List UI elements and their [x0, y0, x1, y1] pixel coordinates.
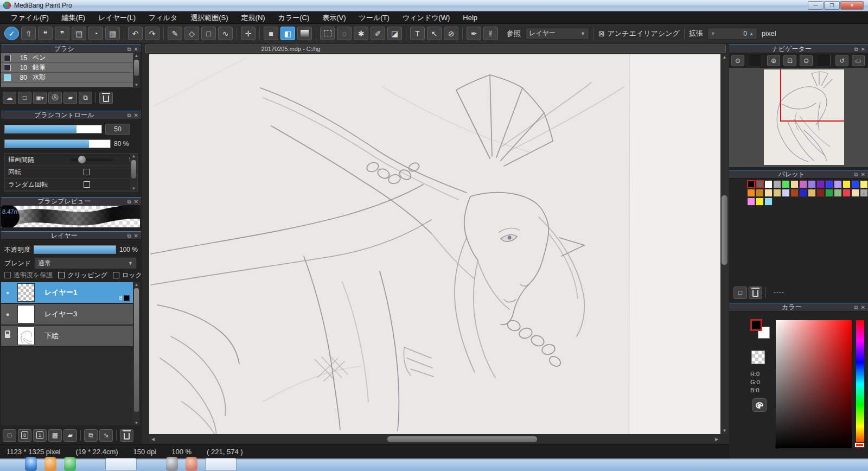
brush-size-value[interactable]: 50 [105, 124, 130, 135]
レイヤー1[interactable]: ● レイヤー1 8 [1, 282, 133, 304]
popout-icon[interactable]: ⧉ [127, 232, 131, 240]
text-tool-button[interactable]: T [410, 27, 425, 40]
comment-button[interactable]: ❞ [55, 27, 69, 40]
palette-swatch[interactable] [825, 180, 833, 188]
duplicate-brush-button[interactable]: ⧉ [79, 92, 92, 104]
clipping-checkbox[interactable] [58, 272, 65, 278]
slider-knob[interactable] [78, 156, 86, 163]
popout-icon[interactable]: ⧉ [127, 198, 131, 206]
taskbar-icon[interactable] [44, 457, 56, 471]
panel-layout-button[interactable]: ▦ [105, 27, 120, 40]
popout-icon[interactable]: ⧉ [854, 170, 858, 179]
foreground-color-swatch[interactable] [750, 319, 762, 331]
palette-swatch[interactable] [808, 180, 816, 188]
duplicate-layer-button[interactable]: ⧉ [84, 429, 98, 442]
document-button[interactable]: ▤ [72, 27, 86, 40]
popout-icon[interactable]: ⧉ [127, 111, 131, 119]
menu-item[interactable]: ツール(T) [353, 11, 396, 24]
scrollbar-thumb[interactable] [134, 288, 139, 412]
palette-swatch[interactable] [782, 189, 790, 197]
close-button[interactable]: ✕ [840, 1, 864, 10]
taskbar-icon[interactable] [166, 457, 178, 471]
new-halftone-layer-button[interactable]: ▩ [48, 429, 62, 442]
taskbar-window-button[interactable] [105, 458, 137, 471]
script-brush-button[interactable]: Ⓢ [48, 92, 62, 104]
protect-alpha-checkbox[interactable] [4, 272, 11, 278]
chevron-up-icon[interactable]: ▲ [749, 31, 754, 36]
navigator-viewport-rect[interactable] [780, 69, 844, 122]
chevron-up-icon[interactable]: ▲ [135, 53, 139, 59]
close-icon[interactable]: ✕ [134, 45, 138, 53]
palette-swatch[interactable] [790, 180, 799, 188]
menu-item[interactable]: 選択範囲(S) [184, 11, 234, 24]
antialias-checkbox[interactable]: ⊠ アンチエイリアシング [598, 29, 680, 39]
chevron-down-icon[interactable]: ▼ [132, 186, 136, 192]
spacing-slider[interactable] [71, 158, 113, 161]
chevron-left-icon[interactable]: ◀ [149, 436, 157, 443]
palette-swatch[interactable] [773, 180, 781, 188]
new-1bit-layer-button[interactable]: 1 [33, 429, 47, 442]
chevron-right-icon[interactable]: ▶ [713, 436, 720, 443]
drawing-canvas[interactable] [149, 54, 720, 434]
start-orb-icon[interactable] [25, 457, 37, 471]
menu-item[interactable]: 定規(N) [235, 11, 272, 24]
restore-button[interactable]: ❐ [824, 1, 840, 10]
magic-wand-tool-button[interactable]: ✱ [354, 27, 368, 40]
cloud-sync-button[interactable]: ✓ [4, 27, 19, 40]
palette-swatch[interactable] [756, 198, 764, 206]
palette-swatch[interactable] [860, 180, 868, 188]
eraser-stick-tool-button[interactable]: ⊘ [444, 27, 458, 40]
palette-swatch[interactable] [825, 189, 833, 197]
popout-icon[interactable]: ⧉ [854, 303, 858, 311]
zoom-in-button[interactable]: ⊕ [767, 55, 780, 66]
zoom-out-button[interactable]: ⊖ [800, 55, 813, 66]
windows-taskbar[interactable] [0, 460, 868, 471]
chevron-down-icon[interactable]: ▼ [711, 31, 716, 36]
palette-swatch[interactable] [834, 189, 842, 197]
palette-swatch[interactable] [790, 189, 799, 197]
layer-opacity-slider[interactable] [34, 245, 116, 254]
chevron-down-icon[interactable]: ▼ [135, 421, 139, 425]
menu-item[interactable]: 編集(E) [55, 11, 92, 24]
chevron-up-icon[interactable]: ▲ [861, 191, 866, 196]
menu-item[interactable]: カラー(C) [272, 11, 316, 24]
palette-swatch[interactable] [756, 189, 764, 197]
delete-layer-button[interactable] [120, 429, 133, 442]
brush-folder-button[interactable]: ▰ [63, 92, 77, 104]
鉛筆[interactable]: 10 鉛筆 [1, 63, 133, 73]
select-pen-tool-button[interactable]: ✐ [371, 27, 385, 40]
polyline-tool-button[interactable]: ∿ [218, 27, 233, 40]
navigator-thumbnail-area[interactable] [729, 68, 868, 167]
popout-icon[interactable]: ⧉ [127, 45, 131, 53]
palette-swatch[interactable] [782, 180, 790, 188]
close-icon[interactable]: ✕ [134, 198, 138, 206]
rotation-checkbox[interactable] [84, 169, 90, 175]
brush-row-partial[interactable] [1, 82, 133, 87]
select-rect-tool-button[interactable] [320, 27, 335, 40]
popout-icon[interactable]: ⧉ [854, 45, 858, 53]
new-8bit-layer-button[interactable]: 8 [18, 429, 31, 442]
scrollbar-thumb[interactable] [134, 60, 139, 76]
redo-button[interactable]: ↷ [145, 27, 159, 40]
menu-item[interactable]: Help [456, 11, 484, 24]
chevron-down-icon[interactable]: ▼ [135, 82, 139, 88]
layer-list-scrollbar[interactable]: ▲ ▼ [133, 282, 140, 425]
下絵[interactable]: 下絵 [1, 326, 133, 347]
menu-item[interactable]: フィルタ [142, 11, 184, 24]
new-brush-button[interactable]: □ [18, 92, 31, 104]
palette-swatch[interactable] [764, 198, 773, 206]
palette-swatch[interactable] [851, 189, 859, 197]
bucket-tool-button[interactable]: ◧ [280, 27, 295, 40]
lock-checkbox[interactable] [113, 272, 119, 278]
palette-swatch[interactable] [747, 189, 755, 197]
minimize-button[interactable]: — [808, 1, 824, 10]
taskbar-window-button[interactable] [205, 458, 237, 471]
menu-item[interactable]: ファイル(F) [4, 11, 55, 24]
merge-layer-button[interactable]: ⇘ [99, 429, 113, 442]
new-layer-button[interactable]: □ [3, 429, 16, 442]
palette-swatch[interactable] [764, 189, 773, 197]
new-palette-color-button[interactable]: □ [733, 287, 747, 299]
chevron-up-icon[interactable]: ▲ [723, 54, 727, 61]
close-icon[interactable]: ✕ [861, 45, 865, 53]
random-rotation-checkbox[interactable] [84, 181, 90, 188]
